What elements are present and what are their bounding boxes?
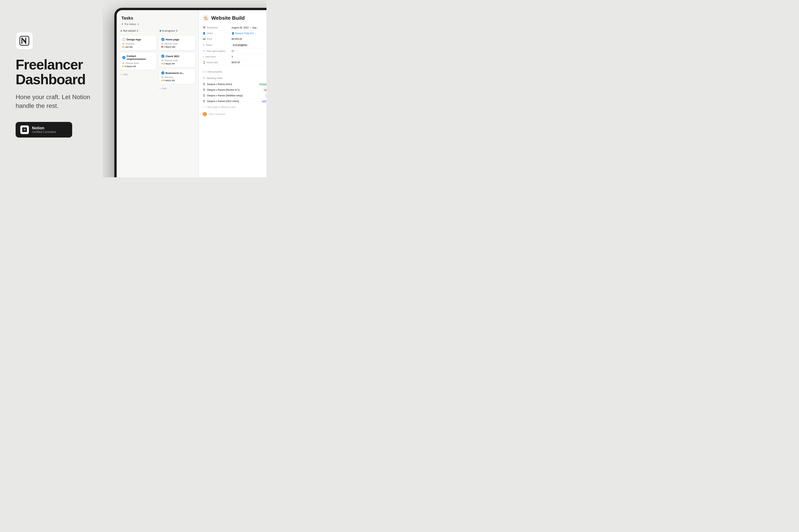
meeting-status-in-progress: ● In pro... (265, 94, 266, 97)
prop-add-hours: + Add hours 3 (203, 54, 266, 60)
check-done-icon (161, 71, 165, 75)
prop-price: 💵 Price $8,500.00 (203, 36, 266, 42)
detail-props: 📅 Timeframe August 26, 2023 → Sep... 👤 C… (203, 25, 266, 65)
meeting-row[interactable]: 🗒 Dwayne x Rames [Webflow setup] ● In pr… (203, 93, 266, 98)
svg-text:N: N (23, 38, 26, 43)
task-meta: ⛓ Website Build (122, 62, 154, 64)
subtitle: Hone your craft. Let Notion handle the r… (16, 93, 105, 110)
detail-title: Website Build (211, 15, 245, 21)
check-icon (122, 38, 126, 41)
tasks-panel: Tasks ✦ Per status ∨ Not started 2 (117, 10, 198, 177)
status-dot (233, 44, 234, 46)
due-dot (161, 63, 163, 64)
check-done-icon (161, 38, 165, 41)
check-done-icon (161, 55, 165, 58)
add-page-row[interactable]: + + New page in Meeting notes (203, 104, 266, 110)
task-card-title: Home page (161, 38, 193, 41)
in-progress-header: In progress 3 (159, 28, 195, 34)
task-due: 5 day(s) left (161, 79, 193, 81)
meeting-status-processed: Processed (259, 83, 266, 86)
prop-hourly-rate: ⌛ Houry rate $425.00 (203, 60, 266, 65)
comment-avatar (203, 112, 207, 116)
task-due: 2 day(s) late (161, 46, 193, 48)
task-card-title: Check SEO (161, 55, 193, 58)
more-property[interactable]: ∨ 1 more property (203, 69, 266, 74)
not-started-col: Not started 2 Design logo ⛓ Branding (120, 28, 156, 177)
meeting-status-in-progress-2: ● In progres... (261, 100, 266, 103)
meeting-row[interactable]: 🗒 Dwayne x Rames [Review N°1] Not proce.… (203, 87, 266, 93)
left-panel: N Freelancer Dashboard Hone your craft. … (0, 0, 105, 177)
badge-notion-icon: N (20, 126, 29, 134)
task-card[interactable]: Brainstorm m... ⛓ Branding 5 day(s) left (159, 69, 195, 84)
main-title: Freelancer Dashboard (16, 57, 105, 87)
not-started-dot (120, 30, 122, 32)
task-due: Last day (122, 46, 154, 48)
check-done-icon (122, 56, 126, 59)
detail-icon: 🏗️ (203, 15, 209, 21)
task-card-title: Contact responsiveness (122, 55, 154, 60)
prop-timeframe: 📅 Timeframe August 26, 2023 → Sep... (203, 25, 266, 31)
comment-row: Add a comment... (203, 110, 266, 118)
task-card-title: Brainstorm m... (161, 71, 193, 75)
due-dot (161, 80, 163, 81)
tasks-filter[interactable]: ✦ Per status ∨ (121, 23, 194, 25)
task-meta: ⛓ Branding (161, 76, 193, 78)
meeting-notes-section: 🗒 Meeting notes 🗒 Dwayne x Rames [Intro]… (203, 77, 266, 118)
prop-time-spent: ⏱ Time spent (tasks) 17 (203, 49, 266, 54)
notion-logo: N (16, 32, 33, 50)
meeting-status-not-processed: Not proce... (263, 89, 266, 92)
task-card[interactable]: Design logo ⛓ Branding Last day (120, 35, 156, 51)
task-card[interactable]: Home page ⛓ Website Build 2 day(s) late (159, 35, 195, 51)
tablet-frame: Tasks ✦ Per status ∨ Not started 2 (114, 8, 266, 177)
task-card[interactable]: Check SEO ⛓ Website Audit 2 day(s) left (159, 52, 195, 67)
badge-text: Notion Certified Consultant (32, 126, 56, 133)
task-due: 6 day(s) left (122, 65, 154, 68)
badge-certified-label: Certified Consultant (32, 130, 56, 133)
meeting-icon: 🗒 (203, 83, 205, 86)
kanban-area: Not started 2 Design logo ⛓ Branding (117, 28, 198, 177)
meeting-icon: 🗒 (203, 100, 205, 103)
task-card[interactable]: Contact responsiveness ⛓ Website Build 6… (120, 52, 156, 70)
detail-header: 🏗️ Website Build (203, 15, 266, 21)
add-new-in-progress[interactable]: + New (159, 86, 195, 92)
task-due: 2 day(s) left (161, 62, 193, 65)
task-card-title: Design logo (122, 38, 154, 41)
meeting-row[interactable]: 🗒 Dwayne x Rames [SEO check] ● In progre… (203, 98, 266, 104)
due-dot (122, 65, 124, 67)
right-panel: Tasks ✦ Per status ∨ Not started 2 (102, 0, 266, 177)
meeting-icon: 🗒 (203, 94, 205, 97)
task-meta: ⛓ Website Build (161, 42, 193, 45)
detail-panel: 🏗️ Website Build 📅 Timeframe August 26, … (198, 10, 266, 177)
svg-text:N: N (24, 128, 26, 131)
tasks-header: Tasks ✦ Per status ∨ (117, 10, 198, 28)
prop-status: ✦ Status In progress (203, 42, 266, 49)
meeting-icon: 🗒 (203, 88, 205, 92)
status-badge: In progress (231, 43, 248, 47)
in-progress-col: In progress 3 Home page (159, 28, 195, 177)
task-meta: ⛓ Website Audit (161, 59, 193, 62)
due-dot (122, 46, 124, 48)
meeting-row[interactable]: 🗒 Dwayne x Rames [Intro] Processed Au... (203, 81, 266, 87)
not-started-header: Not started 2 (120, 28, 156, 34)
due-dot (161, 46, 163, 48)
in-progress-dot (159, 30, 161, 32)
tablet-notch (185, 8, 212, 10)
meeting-notes-title: 🗒 Meeting notes (203, 77, 266, 80)
tasks-title: Tasks (121, 16, 194, 21)
certified-badge: N Notion Certified Consultant (16, 122, 72, 137)
prop-client: 👤 Client 👤 Dwayne Felty Arvi... (203, 31, 266, 36)
badge-notion-label: Notion (32, 126, 56, 130)
task-meta: ⛓ Branding (122, 42, 154, 45)
tablet-screen: Tasks ✦ Per status ∨ Not started 2 (117, 10, 266, 177)
add-new-not-started[interactable]: + New (120, 72, 156, 77)
